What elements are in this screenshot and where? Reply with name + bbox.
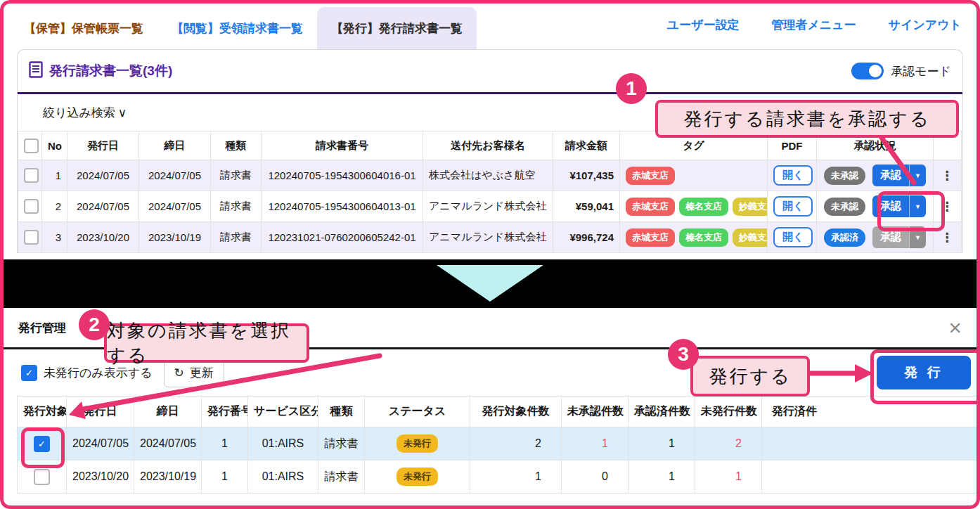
cell-amount: ¥996,724 bbox=[553, 222, 620, 253]
checkbox-highlight bbox=[21, 427, 65, 468]
cell-approved-count: 1 bbox=[628, 427, 695, 460]
tag-akagi: 赤城支店 bbox=[626, 198, 675, 216]
tag-akagi: 赤城支店 bbox=[626, 167, 675, 185]
cell-closing-date: 2024/07/05 bbox=[139, 191, 211, 222]
approve-button-highlight bbox=[877, 191, 945, 231]
row-checkbox[interactable] bbox=[24, 199, 39, 214]
open-pdf-button[interactable]: 開く bbox=[773, 165, 813, 186]
page-title: 発行請求書一覧(3件) bbox=[49, 62, 172, 80]
open-pdf-button[interactable]: 開く bbox=[773, 196, 813, 217]
screenshot-root: 【保管】保管帳票一覧 【閲覧】受領請求書一覧 【発行】発行請求書一覧 ユーザー設… bbox=[0, 0, 980, 509]
tag-haruna: 榛名支店 bbox=[679, 198, 728, 216]
management-table-header: 発行対象 発行日 締日 発行番号 サービス区分 種類 ステータス 発行対象件数 … bbox=[18, 397, 980, 427]
table-row: 1 2024/07/05 2024/07/05 請求書 120240705-19… bbox=[18, 160, 962, 191]
cell-type: 請求書 bbox=[211, 222, 262, 253]
flow-divider bbox=[0, 259, 980, 308]
toggle-knob bbox=[869, 65, 882, 77]
select-all-checkbox[interactable] bbox=[24, 138, 39, 153]
row-checkbox[interactable] bbox=[24, 230, 39, 245]
row-menu-icon[interactable]: ⋮ bbox=[941, 231, 954, 245]
cell-unapproved-count: 0 bbox=[562, 460, 628, 494]
issued-invoice-panel: 発行請求書一覧(3件) 承認モード 絞り込み検索 ∨ No 発行日 締日 種類 bbox=[17, 49, 963, 253]
col-invoice-no: 請求書番号 bbox=[262, 131, 423, 160]
cell-type: 請求書 bbox=[318, 427, 365, 460]
col-closing-date: 締日 bbox=[139, 131, 211, 160]
cell-service: 01:AIRS bbox=[248, 427, 318, 460]
cell-closing-date: 2023/10/19 bbox=[139, 222, 211, 253]
issue-target-checkbox[interactable] bbox=[34, 469, 50, 485]
cell-type: 請求書 bbox=[318, 460, 365, 494]
chevron-down-icon: ∨ bbox=[118, 105, 127, 120]
cell-tags: 赤城支店 bbox=[620, 160, 768, 191]
tag-myogi: 妙義支店 bbox=[733, 198, 768, 216]
callout-step3: 発行する bbox=[690, 356, 810, 397]
cell-no: 3 bbox=[42, 222, 67, 253]
caret-down-icon: ▼ bbox=[909, 165, 926, 186]
cell-type: 請求書 bbox=[211, 191, 262, 222]
callout-step1: 発行する請求書を承認する bbox=[655, 100, 959, 138]
cell-tags: 赤城支店榛名支店妙義支店 bbox=[620, 191, 768, 222]
cell-issued-count bbox=[762, 427, 980, 460]
tag-haruna: 榛名支店 bbox=[679, 228, 728, 247]
cell-closing-date: 2024/07/05 bbox=[139, 160, 211, 191]
col-customer: 送付先お客様名 bbox=[423, 131, 553, 160]
callout-step2: 対象の請求書を選択する bbox=[104, 323, 309, 363]
cell-amount: ¥107,435 bbox=[553, 160, 620, 191]
cell-type: 請求書 bbox=[211, 160, 262, 191]
tab-issued-invoices[interactable]: 【発行】発行請求書一覧 bbox=[317, 7, 477, 49]
cell-issued-count bbox=[762, 460, 980, 494]
col-type: 種類 bbox=[318, 397, 365, 427]
row-menu-icon[interactable]: ⋮ bbox=[941, 169, 954, 183]
filter-label: 絞り込み検索 bbox=[43, 105, 115, 121]
approve-mode-label: 承認モード bbox=[891, 63, 951, 79]
cell-unissued-count: 2 bbox=[695, 427, 762, 460]
table-row: 2023/10/20 2023/10/19 1 01:AIRS 請求書 未発行 … bbox=[18, 460, 980, 494]
step2-badge: 2 bbox=[79, 309, 110, 340]
cell-customer: 株式会社はやぶさ航空 bbox=[423, 160, 553, 191]
sign-out-link[interactable]: サインアウト bbox=[889, 17, 962, 33]
invoice-table: No 発行日 締日 種類 請求書番号 送付先お客様名 請求金額 タグ PDF 承… bbox=[18, 131, 962, 253]
status-badge: 承認済 bbox=[824, 228, 865, 247]
col-issue-date: 発行日 bbox=[67, 397, 134, 427]
cell-issue-date: 2023/10/20 bbox=[67, 222, 139, 253]
cell-issue-no: 1 bbox=[202, 427, 248, 460]
issue-button-highlight bbox=[870, 349, 980, 404]
col-no: No bbox=[42, 131, 67, 160]
col-type: 種類 bbox=[211, 131, 262, 160]
tag-myogi: 妙義支店 bbox=[733, 228, 768, 247]
col-target-count: 発行対象件数 bbox=[470, 397, 562, 427]
cell-issue-no: 1 bbox=[202, 460, 248, 494]
table-row: ✓ 2024/07/05 2024/07/05 1 01:AIRS 請求書 未発… bbox=[18, 427, 980, 460]
cell-service: 01:AIRS bbox=[248, 460, 318, 494]
tab-received-invoices[interactable]: 【閲覧】受領請求書一覧 bbox=[157, 7, 317, 49]
panel-header: 発行請求書一覧(3件) 承認モード bbox=[18, 50, 962, 92]
cell-unapproved-count: 1 bbox=[562, 427, 628, 460]
cell-no: 2 bbox=[42, 191, 67, 222]
user-settings-link[interactable]: ユーザー設定 bbox=[667, 17, 740, 33]
cell-customer: アニマルランド株式会社 bbox=[423, 222, 553, 253]
tab-stored-documents[interactable]: 【保管】保管帳票一覧 bbox=[10, 7, 157, 49]
status-badge: 未発行 bbox=[396, 434, 438, 453]
open-pdf-button[interactable]: 開く bbox=[773, 227, 813, 247]
col-amount: 請求金額 bbox=[553, 131, 620, 160]
approve-button[interactable]: 承認▼ bbox=[872, 165, 926, 186]
cell-issue-date: 2024/07/05 bbox=[67, 427, 134, 460]
approve-mode-toggle[interactable] bbox=[851, 63, 884, 79]
cell-invoice-no: 120240705-1954300604016-01 bbox=[262, 160, 423, 191]
row-checkbox[interactable] bbox=[24, 168, 39, 183]
cell-target-count: 1 bbox=[470, 460, 562, 494]
admin-menu-link[interactable]: 管理者メニュー bbox=[771, 17, 856, 33]
status-badge: 未発行 bbox=[396, 468, 438, 486]
flow-arrow-down-icon bbox=[437, 265, 543, 302]
col-issue-target: 発行対象 bbox=[18, 397, 67, 427]
cell-closing-date: 2024/07/05 bbox=[134, 427, 202, 460]
col-issue-no: 発行番号 bbox=[202, 397, 248, 427]
close-icon[interactable]: × bbox=[948, 316, 962, 339]
col-issue-date: 発行日 bbox=[67, 131, 139, 160]
col-status: ステータス bbox=[365, 397, 470, 427]
cell-closing-date: 2023/10/19 bbox=[134, 460, 202, 494]
cell-issue-date: 2024/07/05 bbox=[67, 160, 139, 191]
unissued-only-checkbox[interactable]: ✓ bbox=[21, 365, 37, 381]
cell-issue-date: 2024/07/05 bbox=[67, 191, 139, 222]
cell-unissued-count: 1 bbox=[695, 460, 762, 494]
